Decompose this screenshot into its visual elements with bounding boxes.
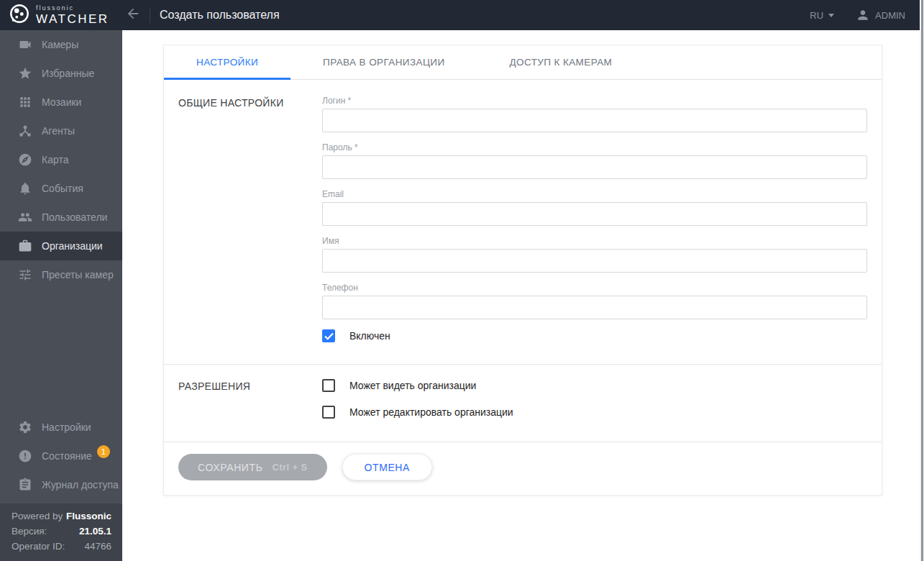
login-field-group: Логин * — [322, 96, 867, 132]
sidebar-item-label: Пресеты камер — [42, 269, 114, 280]
sidebar-item-label: События — [42, 183, 83, 194]
flussonic-logo-icon — [9, 3, 30, 27]
star-icon — [18, 66, 32, 81]
login-input[interactable] — [322, 109, 867, 132]
sidebar-item-access-log[interactable]: Журнал доступа — [0, 470, 122, 499]
status-badge: 1 — [97, 445, 110, 458]
permissions-section: РАЗРЕШЕНИЯ Может видеть организации Може… — [164, 365, 882, 442]
scrollbar-track — [920, 0, 924, 561]
sidebar: Камеры Избранные Мозаики Агенты Карта Со… — [0, 30, 122, 561]
compass-icon — [18, 152, 32, 167]
user-menu[interactable]: ADMIN — [856, 8, 905, 22]
general-section-title: ОБЩИЕ НАСТРОЙКИ — [178, 96, 322, 342]
topbar-divider — [150, 7, 150, 23]
clipboard-icon — [18, 478, 32, 492]
operator-id-label: Operator ID: — [12, 539, 65, 554]
device-hub-icon — [18, 124, 32, 138]
enabled-checkbox-row: Включен — [322, 329, 867, 342]
sidebar-item-label: Настройки — [42, 421, 91, 433]
sidebar-bottom-group: Настройки Состояние 1 Журнал доступа — [0, 413, 122, 499]
email-label: Email — [322, 189, 867, 199]
scrollbar-thumb[interactable] — [921, 0, 923, 561]
language-selector[interactable]: RU — [810, 10, 834, 21]
username-label: ADMIN — [875, 10, 905, 21]
tab-bar: НАСТРОЙКИ ПРАВА В ОРГАНИЗАЦИИ ДОСТУП К К… — [164, 45, 882, 80]
phone-input[interactable] — [322, 296, 867, 319]
grid-icon — [18, 95, 32, 109]
videocam-icon — [18, 37, 32, 52]
sidebar-item-map[interactable]: Карта — [0, 145, 122, 174]
tune-icon — [18, 268, 32, 282]
checkmark-icon — [324, 332, 334, 340]
people-icon — [18, 210, 32, 224]
powered-by-value: Flussonic — [66, 508, 111, 524]
save-button[interactable]: СОХРАНИТЬ Ctrl + S — [178, 454, 327, 480]
sidebar-item-users[interactable]: Пользователи — [0, 203, 122, 232]
sidebar-item-mosaics[interactable]: Мозаики — [0, 88, 122, 117]
name-label: Имя — [322, 236, 867, 246]
email-input[interactable] — [322, 202, 867, 226]
name-field-group: Имя — [322, 236, 867, 273]
powered-by-label: Powered by — [12, 508, 63, 524]
gear-icon — [18, 420, 32, 434]
create-user-card: НАСТРОЙКИ ПРАВА В ОРГАНИЗАЦИИ ДОСТУП К К… — [163, 45, 882, 496]
sidebar-item-agents[interactable]: Агенты — [0, 117, 122, 145]
alert-circle-icon — [18, 449, 32, 463]
can-view-organizations-label: Может видеть организации — [349, 380, 476, 391]
enabled-checkbox[interactable] — [322, 329, 335, 342]
can-view-organizations-row: Может видеть организации — [322, 379, 867, 392]
briefcase-icon — [18, 239, 32, 253]
password-field-group: Пароль * — [322, 142, 867, 179]
permissions-section-title: РАЗРЕШЕНИЯ — [178, 379, 322, 419]
sidebar-item-events[interactable]: События — [0, 174, 122, 203]
sidebar-item-camera-presets[interactable]: Пресеты камер — [0, 260, 122, 289]
save-button-label: СОХРАНИТЬ — [198, 462, 262, 473]
chevron-down-icon — [828, 14, 834, 17]
sidebar-item-label: Пользователи — [42, 211, 107, 223]
operator-id-value: 44766 — [84, 539, 111, 554]
main-content: НАСТРОЙКИ ПРАВА В ОРГАНИЗАЦИИ ДОСТУП К К… — [122, 30, 924, 561]
password-input[interactable] — [322, 155, 867, 179]
sidebar-item-favorites[interactable]: Избранные — [0, 59, 122, 88]
phone-field-group: Телефон — [322, 283, 867, 319]
tab-settings[interactable]: НАСТРОЙКИ — [164, 45, 291, 79]
save-shortcut-label: Ctrl + S — [272, 462, 307, 473]
back-button[interactable] — [124, 6, 142, 24]
sidebar-item-label: Состояние — [42, 450, 92, 462]
sidebar-item-label: Журнал доступа — [42, 479, 119, 491]
password-label: Пароль * — [322, 142, 867, 152]
button-row: СОХРАНИТЬ Ctrl + S ОТМЕНА — [164, 442, 882, 495]
sidebar-item-label: Агенты — [42, 125, 75, 137]
sidebar-item-label: Избранные — [42, 68, 94, 79]
can-edit-organizations-checkbox[interactable] — [322, 406, 335, 419]
sidebar-item-status[interactable]: Состояние 1 — [0, 442, 122, 470]
cancel-button[interactable]: ОТМЕНА — [342, 454, 433, 480]
sidebar-item-label: Карта — [42, 154, 68, 165]
sidebar-item-label: Мозаики — [42, 96, 81, 108]
tab-camera-access[interactable]: ДОСТУП К КАМЕРАМ — [477, 45, 645, 79]
language-label: RU — [810, 10, 823, 21]
can-view-organizations-checkbox[interactable] — [322, 379, 335, 392]
sidebar-item-label: Камеры — [42, 39, 78, 50]
email-field-group: Email — [322, 189, 867, 226]
version-label: Версия: — [12, 524, 47, 539]
login-label: Логин * — [322, 96, 867, 106]
sidebar-footer: Powered by Flussonic Версия: 21.05.1 Ope… — [0, 503, 122, 561]
person-icon — [856, 8, 870, 22]
can-edit-organizations-row: Может редактировать организации — [322, 406, 867, 419]
general-settings-section: ОБЩИЕ НАСТРОЙКИ Логин * Пароль * Email И… — [164, 80, 882, 364]
name-input[interactable] — [322, 249, 867, 273]
brand-logo: flussonic WATCHER — [0, 3, 122, 27]
topbar: flussonic WATCHER Создать пользователя R… — [0, 0, 924, 30]
sidebar-item-settings[interactable]: Настройки — [0, 413, 122, 442]
sidebar-item-organizations[interactable]: Организации — [0, 232, 122, 260]
page-title: Создать пользователя — [160, 9, 280, 22]
sidebar-item-label: Организации — [42, 240, 103, 252]
arrow-back-icon — [125, 6, 141, 24]
enabled-checkbox-label: Включен — [349, 330, 390, 342]
brand-product: WATCHER — [36, 13, 109, 25]
phone-label: Телефон — [322, 283, 867, 293]
sidebar-item-cameras[interactable]: Камеры — [0, 30, 122, 59]
tab-organization-rights[interactable]: ПРАВА В ОРГАНИЗАЦИИ — [291, 45, 477, 79]
version-value: 21.05.1 — [79, 524, 111, 539]
